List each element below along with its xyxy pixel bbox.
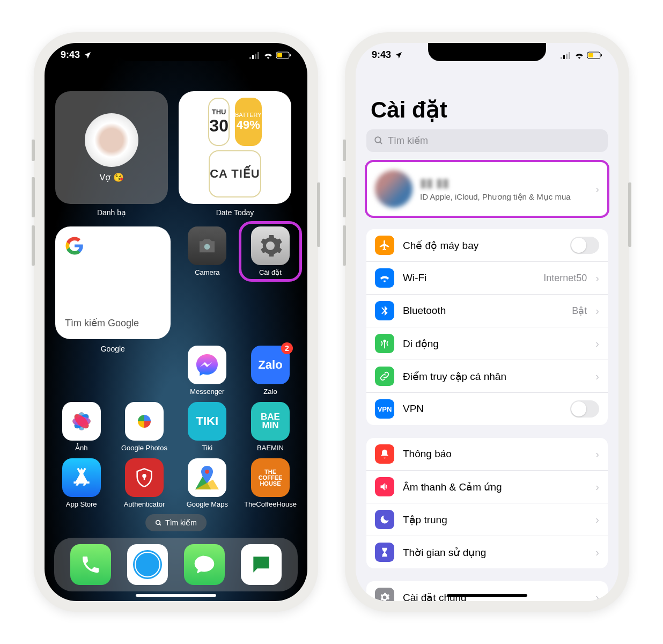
row-cellular[interactable]: Di động › (366, 327, 608, 360)
app-camera[interactable]: Camera (181, 226, 233, 276)
chevron-right-icon: › (595, 272, 599, 284)
phone-frame-settings: 9:43 Cài đặt Tìm kiếm ▮▮ ▮▮ (345, 32, 629, 612)
app-label: Messenger (190, 387, 224, 396)
svg-rect-2 (255, 54, 256, 59)
shield-icon (134, 467, 155, 488)
app-coffeehouse[interactable]: THECOFFEEHOUSE TheCoffeeHouse (244, 458, 297, 508)
bt-value: Bật (572, 305, 587, 317)
svg-point-18 (205, 470, 209, 473)
app-label: Ảnh (75, 444, 87, 452)
svg-point-17 (143, 474, 145, 477)
dock-google-messages[interactable] (241, 544, 282, 585)
row-airplane[interactable]: Chế độ máy bay (366, 229, 608, 262)
row-focus[interactable]: Tập trung › (366, 503, 608, 536)
signal-icon (561, 52, 571, 59)
row-general[interactable]: Cài đặt chung › (366, 581, 608, 601)
spotlight-search[interactable]: Tìm kiếm (145, 514, 207, 531)
svg-rect-28 (588, 53, 593, 57)
message-icon (193, 553, 216, 576)
app-authenticator[interactable]: Authenticator (118, 458, 170, 508)
row-screentime[interactable]: Thời gian sử dụng › (366, 536, 608, 568)
search-input[interactable]: Tìm kiếm (366, 129, 608, 152)
row-notifications[interactable]: Thông báo › (366, 438, 608, 471)
battery-icon (587, 52, 602, 59)
wifi-value: Internet50 (543, 273, 587, 284)
date-widget-label: Date Today (179, 208, 291, 217)
row-hotspot[interactable]: Điểm truy cập cá nhân › (366, 360, 608, 393)
app-tiki[interactable]: TIKI Tiki (181, 402, 233, 452)
google-widget[interactable]: Tìm kiếm Google (55, 226, 171, 339)
app-zalo[interactable]: Zalo2 Zalo (244, 346, 297, 396)
google-photos-icon (131, 408, 157, 434)
home-indicator[interactable] (447, 594, 527, 597)
signal-icon (249, 52, 260, 59)
link-icon (379, 370, 391, 382)
notifications-group: Thông báo › Âm thanh & Cảm ứng › Tập tru… (366, 438, 608, 568)
mute-switch (343, 140, 346, 161)
camera-icon (196, 235, 218, 257)
dock-phone[interactable] (70, 544, 111, 585)
settings-screen: 9:43 Cài đặt Tìm kiếm ▮▮ ▮▮ (356, 43, 618, 601)
app-settings[interactable]: Cài đặt (244, 226, 297, 276)
chevron-right-icon: › (595, 514, 599, 526)
photos-icon (67, 406, 97, 436)
svg-rect-23 (561, 57, 562, 59)
row-label: Bluetooth (403, 305, 563, 317)
row-wifi[interactable]: Wi-Fi Internet50 › (366, 262, 608, 295)
contact-widget-label: Danh bạ (55, 208, 168, 217)
chat-icon (249, 553, 273, 576)
chevron-right-icon: › (595, 305, 599, 317)
row-label: Âm thanh & Cảm ứng (403, 481, 587, 493)
google-search-label: Tìm kiếm Google (65, 317, 161, 330)
chevron-right-icon: › (595, 183, 599, 195)
svg-rect-25 (566, 54, 568, 59)
svg-rect-0 (249, 57, 251, 59)
bell-icon (379, 449, 390, 459)
chevron-right-icon: › (595, 546, 599, 559)
apple-id-row[interactable]: ▮▮ ▮▮ ID Apple, iCloud, Phương tiện & Mụ… (366, 162, 608, 216)
home-indicator[interactable] (136, 594, 216, 597)
phone-icon (80, 554, 101, 575)
vpn-toggle[interactable] (570, 400, 599, 418)
date-widget[interactable]: THU 30 BATTERY 49% CA TIẾU (179, 91, 291, 204)
svg-point-30 (375, 137, 381, 143)
app-google-maps[interactable]: Google Maps (181, 458, 233, 508)
app-label: TheCoffeeHouse (244, 500, 297, 508)
dock-safari[interactable] (127, 544, 168, 585)
date-widget-wrap: THU 30 BATTERY 49% CA TIẾU Date Today (179, 91, 291, 217)
general-group: Cài đặt chung › (366, 581, 608, 601)
row-label: Điểm truy cập cá nhân (403, 370, 587, 383)
notch (428, 43, 546, 61)
search-placeholder: Tìm kiếm (388, 135, 428, 147)
app-appstore[interactable]: App Store (55, 458, 107, 508)
row-label: Di động (403, 338, 587, 350)
row-bluetooth[interactable]: Bluetooth Bật › (366, 295, 608, 327)
volume-up (32, 177, 35, 217)
notch (117, 43, 235, 61)
row-label: Tập trung (403, 514, 587, 526)
chevron-right-icon: › (595, 448, 599, 460)
bluetooth-icon (379, 305, 391, 317)
app-baemin[interactable]: BAEMIN BAEMIN (244, 402, 297, 452)
svg-rect-1 (252, 55, 254, 59)
app-label: Zalo (263, 387, 277, 396)
location-icon (394, 51, 403, 60)
gear-icon (379, 592, 390, 601)
profile-avatar (375, 170, 412, 208)
contact-widget[interactable]: Vợ 😘 (55, 91, 168, 204)
app-label: App Store (66, 500, 97, 508)
chevron-right-icon: › (595, 591, 599, 602)
dock-messages[interactable] (184, 544, 225, 585)
svg-rect-6 (290, 54, 291, 56)
home-screen: 9:43 Vợ 😘 Danh bạ (45, 43, 307, 601)
app-messenger[interactable]: Messenger (181, 346, 233, 396)
row-sounds[interactable]: Âm thanh & Cảm ứng › (366, 471, 608, 503)
airplane-toggle[interactable] (570, 237, 599, 254)
app-photos[interactable]: Ảnh (55, 402, 107, 452)
settings-content: Cài đặt Tìm kiếm ▮▮ ▮▮ ID Apple, iCloud,… (356, 75, 618, 601)
svg-point-22 (136, 553, 159, 576)
calendar-event: CA TIẾU (209, 150, 261, 197)
location-icon (83, 51, 92, 60)
app-google-photos[interactable]: Google Photos (118, 402, 170, 452)
row-vpn[interactable]: VPN VPN (366, 393, 608, 425)
